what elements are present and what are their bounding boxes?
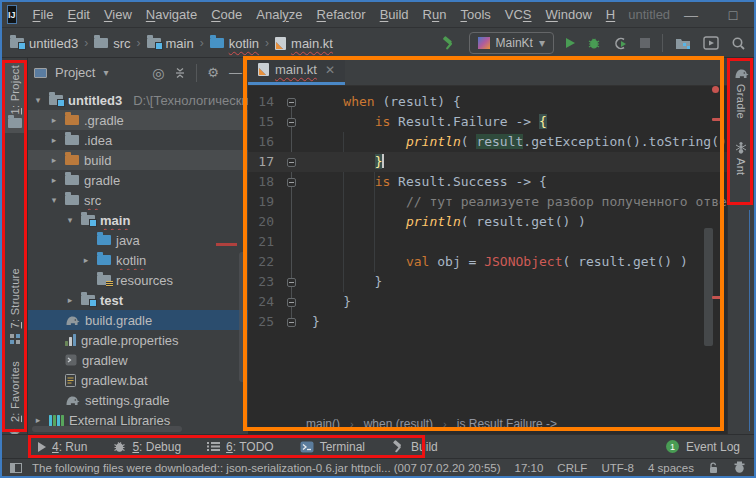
code-line-22[interactable]: 22 val obj = JSONObject( result.get() ) (248, 252, 727, 272)
menu-refactor[interactable]: Refactor (310, 7, 373, 22)
line-separator-indicator[interactable]: CRLF (557, 462, 587, 474)
code-line-20[interactable]: 20 println( result.get() ) (248, 212, 727, 232)
indent-indicator[interactable]: 4 spaces (648, 462, 694, 474)
editor-breadcrumb-is-result-failure[interactable]: is Result.Failure -> (457, 417, 557, 431)
tree-item-main[interactable]: ▾main (28, 210, 248, 230)
breadcrumb-item-main-kt[interactable]: main.kt (275, 36, 333, 51)
project-panel-title[interactable]: Project (55, 65, 95, 80)
tree-item-gradle-properties[interactable]: gradle.properties (28, 330, 248, 350)
run-configuration-select[interactable]: MainKt ▾ (469, 32, 554, 54)
hector-inspections-icon[interactable] (733, 461, 746, 474)
menu-h[interactable]: H (599, 7, 622, 22)
menu-code[interactable]: Code (204, 7, 249, 22)
menu-navigate[interactable]: Navigate (139, 7, 204, 22)
tree-item-kotlin[interactable]: ▸kotlin (28, 250, 248, 270)
menu-window[interactable]: Window (539, 7, 599, 22)
tree-item-untitled3[interactable]: ▾untitled3D:\[Технологический (28, 90, 248, 110)
fold-marker-icon[interactable] (287, 178, 296, 187)
locate-file-icon[interactable]: ◎ (152, 65, 164, 81)
tree-item-gradlew[interactable]: gradlew (28, 350, 248, 370)
tool-window-toggle-icon[interactable] (10, 463, 22, 473)
fold-marker-icon[interactable] (287, 158, 296, 167)
menu-analyze[interactable]: Analyze (249, 7, 309, 22)
menu-vcs[interactable]: VCS (498, 7, 539, 22)
code-line-23[interactable]: 23 } (248, 272, 727, 292)
code-line-25[interactable]: 25} (248, 312, 727, 332)
code-line-14[interactable]: 14 when (result) { (248, 92, 727, 112)
tree-arrow-icon[interactable]: ▾ (32, 95, 44, 105)
tree-item-src[interactable]: ▾src (28, 190, 248, 210)
tree-arrow-icon[interactable]: ▸ (32, 415, 44, 425)
project-structure-button[interactable] (675, 36, 691, 50)
tool-window-button-4-run[interactable]: 4: Run (38, 440, 87, 454)
tree-horizontal-scrollbar[interactable] (32, 426, 182, 432)
menu-file[interactable]: File (26, 7, 61, 22)
encoding-indicator[interactable]: UTF-8 (601, 462, 634, 474)
menu-tools[interactable]: Tools (453, 7, 497, 22)
tree-vertical-scrollbar[interactable] (239, 252, 246, 382)
code-line-15[interactable]: 15 is Result.Failure -> { (248, 112, 727, 132)
tree-item-java[interactable]: java (28, 230, 248, 250)
menu-run[interactable]: Run (416, 7, 454, 22)
breadcrumb-item-untitled3[interactable]: untitled3 (10, 36, 78, 51)
sidebar-item-ant[interactable]: Ant (728, 136, 754, 180)
tree-arrow-icon[interactable]: ▾ (48, 195, 60, 205)
editor-breadcrumb-when-result[interactable]: when (result) (364, 417, 433, 431)
menu-view[interactable]: View (97, 7, 139, 22)
stop-button[interactable] (640, 38, 650, 48)
code-line-16[interactable]: 16 println( result.getException().toStri… (248, 132, 727, 152)
tree-item-settings-gradle[interactable]: settings.gradle (28, 390, 248, 410)
tree-item-test[interactable]: ▸test (28, 290, 248, 310)
code-area[interactable]: 14 when (result) {15 is Result.Failure -… (248, 86, 727, 414)
maximize-button[interactable]: □ (712, 7, 754, 23)
menu-edit[interactable]: Edit (60, 7, 96, 22)
close-icon[interactable]: ✕ (325, 63, 335, 77)
tree-arrow-icon[interactable]: ▾ (64, 215, 76, 225)
fold-marker-icon[interactable] (287, 318, 296, 327)
tree-item-gradle[interactable]: ▸.gradle (28, 110, 248, 130)
tool-window-button-terminal[interactable]: Terminal (300, 440, 365, 454)
sidebar-item-1-project[interactable]: 1: Project (2, 60, 27, 133)
tool-window-button-5-debug[interactable]: 5: Debug (113, 440, 181, 454)
tab-main-kt[interactable]: main.kt ✕ (248, 57, 345, 85)
code-line-18[interactable]: 18 is Result.Success -> { (248, 172, 727, 192)
tree-arrow-icon[interactable]: ▸ (64, 295, 76, 305)
breadcrumb-item-src[interactable]: src (94, 36, 130, 51)
debug-button[interactable] (587, 36, 601, 50)
search-everywhere-icon[interactable] (731, 36, 746, 51)
fold-marker-icon[interactable] (287, 298, 296, 307)
tree-item-resources[interactable]: resources (28, 270, 248, 290)
hide-panel-icon[interactable]: — (229, 65, 242, 80)
code-line-24[interactable]: 24 } (248, 292, 727, 312)
breadcrumb-item-kotlin[interactable]: kotlin (210, 36, 259, 51)
code-line-17[interactable]: 17 } (248, 152, 727, 172)
run-tool-window-button[interactable] (703, 36, 719, 50)
tree-item-gradle[interactable]: ▸gradle (28, 170, 248, 190)
tree-arrow-icon[interactable]: ▸ (48, 135, 60, 145)
fold-marker-icon[interactable] (287, 98, 296, 107)
chevron-down-icon[interactable]: ▾ (103, 67, 108, 78)
tree-item-idea[interactable]: ▸.idea (28, 130, 248, 150)
sidebar-item-gradle[interactable]: Gradle (728, 62, 754, 124)
editor-breadcrumb-main[interactable]: main() (306, 417, 340, 431)
status-message[interactable]: The following files were downloaded:: js… (32, 462, 501, 474)
lock-icon[interactable] (708, 462, 719, 474)
minimize-button[interactable]: — (670, 7, 712, 23)
collapse-all-icon[interactable] (174, 67, 186, 79)
tool-window-button-build[interactable]: Build (391, 440, 438, 454)
tool-window-button-6-todo[interactable]: 6: TODO (207, 440, 274, 454)
menu-build[interactable]: Build (373, 7, 416, 22)
tree-item-build[interactable]: ▸build (28, 150, 248, 170)
code-line-21[interactable]: 21 (248, 232, 727, 252)
code-line-19[interactable]: 19 // тут реализуете разбор полученного … (248, 192, 727, 212)
sidebar-item-7-structure[interactable]: 7: Structure (2, 263, 27, 349)
tree-arrow-icon[interactable]: ▸ (48, 155, 60, 165)
tree-item-build-gradle[interactable]: build.gradle (28, 310, 248, 330)
tree-item-gradlew-bat[interactable]: gradlew.bat (28, 370, 248, 390)
tree-arrow-icon[interactable]: ▸ (80, 255, 92, 265)
build-hammer-icon[interactable] (441, 35, 457, 51)
gear-icon[interactable]: ⚙ (207, 65, 219, 80)
fold-marker-icon[interactable] (287, 278, 296, 287)
tree-arrow-icon[interactable]: ▸ (48, 175, 60, 185)
breadcrumb-item-main[interactable]: main (147, 36, 194, 51)
